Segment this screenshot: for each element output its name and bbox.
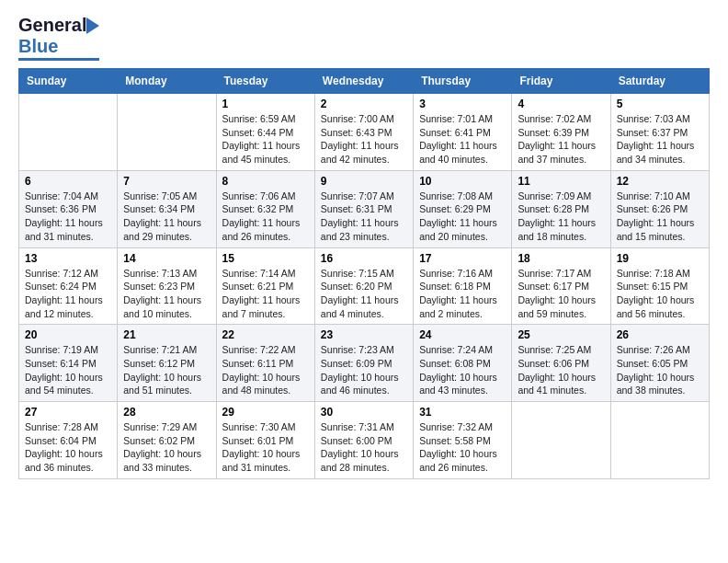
- day-detail: Sunrise: 7:26 AM Sunset: 6:05 PM Dayligh…: [617, 344, 695, 396]
- calendar-cell: 2Sunrise: 7:00 AM Sunset: 6:43 PM Daylig…: [314, 94, 413, 171]
- calendar-cell: 1Sunrise: 6:59 AM Sunset: 6:44 PM Daylig…: [216, 94, 314, 171]
- day-detail: Sunrise: 7:32 AM Sunset: 5:58 PM Dayligh…: [419, 421, 497, 473]
- day-detail: Sunrise: 6:59 AM Sunset: 6:44 PM Dayligh…: [222, 113, 301, 165]
- day-number: 12: [617, 175, 703, 188]
- svg-marker-0: [86, 17, 99, 34]
- week-row: 13Sunrise: 7:12 AM Sunset: 6:24 PM Dayli…: [19, 247, 710, 325]
- calendar-cell: 13Sunrise: 7:12 AM Sunset: 6:24 PM Dayli…: [19, 247, 118, 325]
- day-detail: Sunrise: 7:09 AM Sunset: 6:28 PM Dayligh…: [518, 190, 596, 242]
- day-number: 18: [518, 252, 604, 265]
- day-number: 30: [321, 406, 407, 419]
- day-number: 22: [222, 328, 309, 341]
- calendar-cell: 22Sunrise: 7:22 AM Sunset: 6:11 PM Dayli…: [216, 325, 314, 402]
- calendar-cell: 7Sunrise: 7:05 AM Sunset: 6:34 PM Daylig…: [118, 170, 216, 247]
- calendar-cell: 18Sunrise: 7:17 AM Sunset: 6:17 PM Dayli…: [512, 247, 610, 325]
- calendar-cell: 23Sunrise: 7:23 AM Sunset: 6:09 PM Dayli…: [314, 325, 413, 402]
- calendar-cell: 4Sunrise: 7:02 AM Sunset: 6:39 PM Daylig…: [512, 94, 610, 171]
- day-number: 14: [123, 252, 210, 265]
- day-number: 31: [419, 406, 506, 419]
- header-day-saturday: Saturday: [610, 69, 709, 94]
- day-number: 29: [222, 406, 309, 419]
- calendar-cell: 12Sunrise: 7:10 AM Sunset: 6:26 PM Dayli…: [610, 170, 709, 247]
- day-number: 1: [222, 98, 309, 110]
- day-detail: Sunrise: 7:04 AM Sunset: 6:36 PM Dayligh…: [25, 190, 103, 242]
- day-number: 2: [321, 98, 407, 110]
- day-detail: Sunrise: 7:23 AM Sunset: 6:09 PM Dayligh…: [321, 344, 399, 396]
- day-detail: Sunrise: 7:16 AM Sunset: 6:18 PM Dayligh…: [419, 268, 497, 319]
- calendar-cell: 20Sunrise: 7:19 AM Sunset: 6:14 PM Dayli…: [19, 325, 118, 402]
- day-detail: Sunrise: 7:14 AM Sunset: 6:21 PM Dayligh…: [222, 268, 301, 319]
- week-row: 27Sunrise: 7:28 AM Sunset: 6:04 PM Dayli…: [19, 402, 710, 479]
- day-detail: Sunrise: 7:21 AM Sunset: 6:12 PM Dayligh…: [123, 344, 201, 396]
- day-detail: Sunrise: 7:13 AM Sunset: 6:23 PM Dayligh…: [123, 268, 201, 319]
- day-number: 4: [518, 98, 604, 110]
- logo: General Blue: [18, 15, 99, 61]
- day-number: 24: [419, 328, 506, 341]
- day-detail: Sunrise: 7:01 AM Sunset: 6:41 PM Dayligh…: [419, 113, 497, 165]
- calendar-cell: 17Sunrise: 7:16 AM Sunset: 6:18 PM Dayli…: [414, 247, 512, 325]
- calendar-cell: 28Sunrise: 7:29 AM Sunset: 6:02 PM Dayli…: [118, 402, 216, 479]
- day-detail: Sunrise: 7:28 AM Sunset: 6:04 PM Dayligh…: [25, 421, 103, 473]
- day-detail: Sunrise: 7:05 AM Sunset: 6:34 PM Dayligh…: [123, 190, 201, 242]
- logo-underline: [18, 58, 99, 61]
- day-detail: Sunrise: 7:12 AM Sunset: 6:24 PM Dayligh…: [25, 268, 103, 319]
- day-detail: Sunrise: 7:00 AM Sunset: 6:43 PM Dayligh…: [321, 113, 399, 165]
- day-detail: Sunrise: 7:22 AM Sunset: 6:11 PM Dayligh…: [222, 344, 301, 396]
- calendar-cell: 5Sunrise: 7:03 AM Sunset: 6:37 PM Daylig…: [610, 94, 709, 171]
- calendar-cell: 21Sunrise: 7:21 AM Sunset: 6:12 PM Dayli…: [118, 325, 216, 402]
- calendar-cell: [512, 402, 610, 479]
- calendar-cell: 31Sunrise: 7:32 AM Sunset: 5:58 PM Dayli…: [414, 402, 512, 479]
- logo-top: General: [18, 15, 99, 36]
- calendar-cell: 24Sunrise: 7:24 AM Sunset: 6:08 PM Dayli…: [414, 325, 512, 402]
- day-number: 11: [518, 175, 604, 188]
- week-row: 6Sunrise: 7:04 AM Sunset: 6:36 PM Daylig…: [19, 170, 710, 247]
- calendar-cell: 11Sunrise: 7:09 AM Sunset: 6:28 PM Dayli…: [512, 170, 610, 247]
- calendar-body: 1Sunrise: 6:59 AM Sunset: 6:44 PM Daylig…: [19, 94, 710, 479]
- calendar-cell: 3Sunrise: 7:01 AM Sunset: 6:41 PM Daylig…: [414, 94, 512, 171]
- day-number: 19: [617, 252, 703, 265]
- day-number: 20: [25, 328, 111, 341]
- day-number: 25: [518, 328, 604, 341]
- day-detail: Sunrise: 7:18 AM Sunset: 6:15 PM Dayligh…: [617, 268, 695, 319]
- header-day-wednesday: Wednesday: [314, 69, 413, 94]
- day-number: 9: [321, 175, 407, 188]
- day-detail: Sunrise: 7:02 AM Sunset: 6:39 PM Dayligh…: [518, 113, 596, 165]
- calendar-cell: 29Sunrise: 7:30 AM Sunset: 6:01 PM Dayli…: [216, 402, 314, 479]
- header-day-monday: Monday: [118, 69, 216, 94]
- calendar-cell: [118, 94, 216, 171]
- day-detail: Sunrise: 7:24 AM Sunset: 6:08 PM Dayligh…: [419, 344, 497, 396]
- calendar-cell: 8Sunrise: 7:06 AM Sunset: 6:32 PM Daylig…: [216, 170, 314, 247]
- calendar-cell: 25Sunrise: 7:25 AM Sunset: 6:06 PM Dayli…: [512, 325, 610, 402]
- calendar-cell: 9Sunrise: 7:07 AM Sunset: 6:31 PM Daylig…: [314, 170, 413, 247]
- week-row: 20Sunrise: 7:19 AM Sunset: 6:14 PM Dayli…: [19, 325, 710, 402]
- calendar-cell: 26Sunrise: 7:26 AM Sunset: 6:05 PM Dayli…: [610, 325, 709, 402]
- day-detail: Sunrise: 7:10 AM Sunset: 6:26 PM Dayligh…: [617, 190, 695, 242]
- day-number: 7: [123, 175, 210, 188]
- calendar-header: SundayMondayTuesdayWednesdayThursdayFrid…: [19, 69, 710, 94]
- logo-blue-text: Blue: [18, 36, 58, 57]
- day-detail: Sunrise: 7:31 AM Sunset: 6:00 PM Dayligh…: [321, 421, 399, 473]
- day-detail: Sunrise: 7:25 AM Sunset: 6:06 PM Dayligh…: [518, 344, 596, 396]
- day-number: 21: [123, 328, 210, 341]
- day-detail: Sunrise: 7:19 AM Sunset: 6:14 PM Dayligh…: [25, 344, 103, 396]
- calendar-cell: 16Sunrise: 7:15 AM Sunset: 6:20 PM Dayli…: [314, 247, 413, 325]
- day-number: 6: [25, 175, 111, 188]
- calendar-cell: [19, 94, 118, 171]
- day-detail: Sunrise: 7:06 AM Sunset: 6:32 PM Dayligh…: [222, 190, 301, 242]
- day-number: 10: [419, 175, 506, 188]
- header-day-friday: Friday: [512, 69, 610, 94]
- day-detail: Sunrise: 7:07 AM Sunset: 6:31 PM Dayligh…: [321, 190, 399, 242]
- calendar-cell: 19Sunrise: 7:18 AM Sunset: 6:15 PM Dayli…: [610, 247, 709, 325]
- calendar-cell: [610, 402, 709, 479]
- day-number: 13: [25, 252, 111, 265]
- calendar-table: SundayMondayTuesdayWednesdayThursdayFrid…: [18, 68, 710, 479]
- logo-name-block: General Blue: [18, 15, 99, 61]
- day-number: 5: [617, 98, 703, 110]
- header-day-sunday: Sunday: [19, 69, 118, 94]
- page-header: General Blue: [18, 15, 710, 61]
- header-day-thursday: Thursday: [414, 69, 512, 94]
- day-detail: Sunrise: 7:30 AM Sunset: 6:01 PM Dayligh…: [222, 421, 301, 473]
- day-number: 17: [419, 252, 506, 265]
- day-detail: Sunrise: 7:08 AM Sunset: 6:29 PM Dayligh…: [419, 190, 497, 242]
- day-detail: Sunrise: 7:17 AM Sunset: 6:17 PM Dayligh…: [518, 268, 596, 319]
